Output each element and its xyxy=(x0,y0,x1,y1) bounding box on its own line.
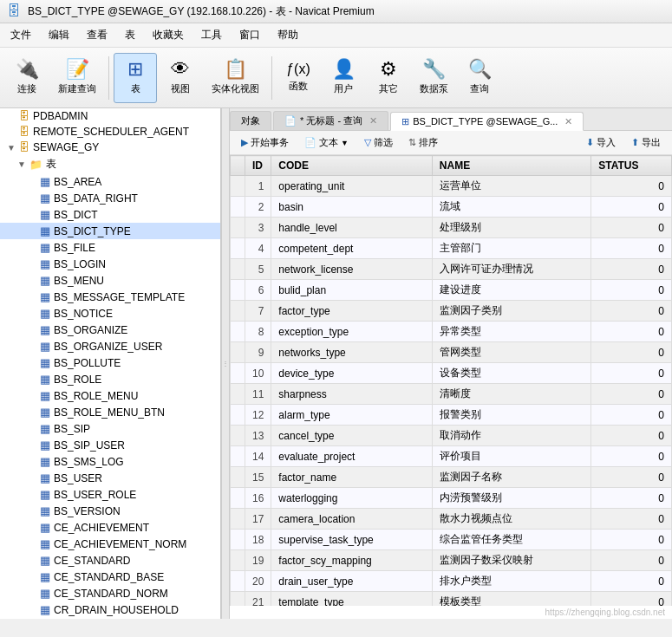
tree-item-tables-folder[interactable]: ▼📁表 xyxy=(0,155,220,173)
menu-item-查看[interactable]: 查看 xyxy=(80,25,114,45)
cell-name-5: 建设进度 xyxy=(432,280,590,301)
tree-item-bs-notice[interactable]: ▦BS_NOTICE xyxy=(0,305,220,322)
tree-item-ce-achievement-norm[interactable]: ▦CE_ACHIEVEMENT_NORM xyxy=(0,536,220,552)
table-row[interactable]: 13cancel_type取消动作0 xyxy=(231,426,672,446)
menu-item-编辑[interactable]: 编辑 xyxy=(42,25,76,45)
tree-item-bs-role-menu-btn[interactable]: ▦BS_ROLE_MENU_BTN xyxy=(0,404,220,420)
tree-item-sewage-gy[interactable]: ▼🗄SEWAGE_GY xyxy=(0,140,220,155)
table-row[interactable]: 19factor_scy_mapping监测因子数采仪映射0 xyxy=(231,550,672,571)
table-row[interactable]: 12alarm_type报警类别0 xyxy=(231,405,672,426)
table-row[interactable]: 8exception_type异常类型0 xyxy=(231,322,672,342)
table-row[interactable]: 10device_type设备类型0 xyxy=(231,363,672,384)
cell-status-17: 0 xyxy=(591,530,672,550)
tree-item-ce-achievement[interactable]: ▦CE_ACHIEVEMENT xyxy=(0,519,220,536)
tab-table[interactable]: ⊞ BS_DICT_TYPE @SEWAGE_G... ✕ xyxy=(390,112,584,131)
text-icon: 📄 xyxy=(304,137,316,148)
col-header-code[interactable]: CODE xyxy=(271,156,432,176)
table-row[interactable]: 6bulid_plan建设进度0 xyxy=(231,280,672,301)
tree-item-ce-standard[interactable]: ▦CE_STANDARD xyxy=(0,552,220,569)
menu-item-表[interactable]: 表 xyxy=(118,25,142,45)
data-pump-icon: 🔧 xyxy=(422,60,446,79)
table-row[interactable]: 17camera_location散水力视频点位0 xyxy=(231,509,672,530)
cell-code-12: cancel_type xyxy=(271,426,432,446)
toolbar-btn-user[interactable]: 👤用户 xyxy=(322,53,365,103)
menu-item-收藏夹[interactable]: 收藏夹 xyxy=(146,25,191,45)
tree-item-bs-version[interactable]: ▦BS_VERSION xyxy=(0,503,220,519)
filter-btn[interactable]: ▽ 筛选 xyxy=(358,133,399,152)
tree-item-bs-organize-user[interactable]: ▦BS_ORGANIZE_USER xyxy=(0,338,220,354)
tree-item-bs-user[interactable]: ▦BS_USER xyxy=(0,470,220,486)
table-row[interactable]: 4competent_dept主管部门0 xyxy=(231,238,672,259)
tree-item-bs-pollute[interactable]: ▦BS_POLLUTE xyxy=(0,354,220,371)
table-row[interactable]: 20drain_user_type排水户类型0 xyxy=(231,571,672,592)
tree-item-bs-area[interactable]: ▦BS_AREA xyxy=(0,173,220,190)
toolbar-btn-other[interactable]: ⚙其它 xyxy=(367,53,410,103)
tree-item-bs-dict-type[interactable]: ▦BS_DICT_TYPE xyxy=(0,223,220,239)
tree-item-bs-organize[interactable]: ▦BS_ORGANIZE xyxy=(0,322,220,338)
start-transaction-btn[interactable]: ▶ 开始事务 xyxy=(235,133,295,152)
sort-btn[interactable]: ⇅ 排序 xyxy=(402,133,444,152)
tree-item-bs-data-right[interactable]: ▦BS_DATA_RIGHT xyxy=(0,190,220,206)
tree-item-bs-dict[interactable]: ▦BS_DICT xyxy=(0,206,220,223)
main-area: 🗄PDBADMIN🗄REMOTE_SCHEDULER_AGENT▼🗄SEWAGE… xyxy=(0,108,672,619)
toolbar-btn-materialized-view[interactable]: 📋实体化视图 xyxy=(204,53,267,103)
table-row[interactable]: 1operating_unit运营单位0 xyxy=(231,176,672,197)
tree-item-bs-sip[interactable]: ▦BS_SIP xyxy=(0,420,220,437)
menu-item-文件[interactable]: 文件 xyxy=(3,25,38,45)
toolbar-btn-view[interactable]: 👁视图 xyxy=(159,53,202,103)
menu-item-帮助[interactable]: 帮助 xyxy=(271,25,305,45)
table-row[interactable]: 16waterlogging内涝预警级别0 xyxy=(231,488,672,509)
tab-objects[interactable]: 对象 xyxy=(230,111,271,130)
toolbar-btn-new-query[interactable]: 📝新建查询 xyxy=(50,53,104,103)
tree-item-bs-user-role[interactable]: ▦BS_USER_ROLE xyxy=(0,486,220,503)
table-row[interactable]: 5network_license入网许可证办理情况0 xyxy=(231,259,672,280)
tree-item-pdbadmin[interactable]: 🗄PDBADMIN xyxy=(0,108,220,124)
tree-item-bs-sip-user[interactable]: ▦BS_SIP_USER xyxy=(0,437,220,453)
tab-table-close[interactable]: ✕ xyxy=(564,116,572,127)
function-icon: ƒ(x) xyxy=(286,62,310,76)
text-btn[interactable]: 📄 文本 ▼ xyxy=(298,133,355,152)
tree-icon-bs-organize-user: ▦ xyxy=(40,340,50,353)
tree-icon-bs-version: ▦ xyxy=(40,504,50,517)
table-row[interactable]: 9networks_type管网类型0 xyxy=(231,342,672,363)
other-icon: ⚙ xyxy=(380,60,397,79)
table-row[interactable]: 18supervise_task_type综合监管任务类型0 xyxy=(231,530,672,550)
col-header-status[interactable]: STATUS xyxy=(591,156,672,176)
table-row[interactable]: 21template_type模板类型0 xyxy=(231,592,672,607)
tree-item-bs-menu[interactable]: ▦BS_MENU xyxy=(0,272,220,289)
table-row[interactable]: 11sharpness清晰度0 xyxy=(231,384,672,405)
cell-code-8: networks_type xyxy=(271,342,432,363)
col-header-id[interactable]: ID xyxy=(245,156,271,176)
tree-item-bs-role-menu[interactable]: ▦BS_ROLE_MENU xyxy=(0,387,220,404)
tree-icon-ce-achievement: ▦ xyxy=(40,521,50,534)
resize-handle[interactable]: ⋮ xyxy=(221,108,230,619)
cell-code-10: sharpness xyxy=(271,384,432,405)
col-header-name[interactable]: NAME xyxy=(432,156,590,176)
toolbar-btn-query[interactable]: 🔍查询 xyxy=(458,53,501,103)
tree-item-remote-scheduler[interactable]: 🗄REMOTE_SCHEDULER_AGENT xyxy=(0,124,220,140)
tree-item-bs-sms-log[interactable]: ▦BS_SMS_LOG xyxy=(0,453,220,470)
toolbar-btn-table[interactable]: ⊞表 xyxy=(114,53,157,103)
table-row[interactable]: 15factor_name监测因子名称0 xyxy=(231,467,672,488)
tree-item-bs-role[interactable]: ▦BS_ROLE xyxy=(0,371,220,387)
tree-item-bs-login[interactable]: ▦BS_LOGIN xyxy=(0,256,220,272)
tree-item-bs-file[interactable]: ▦BS_FILE xyxy=(0,239,220,256)
data-table-wrap[interactable]: ID CODE NAME STATUS 1operating_unit运营单位0… xyxy=(230,155,672,606)
table-row[interactable]: 3handle_level处理级别0 xyxy=(231,218,672,238)
tree-item-bs-message-template[interactable]: ▦BS_MESSAGE_TEMPLATE xyxy=(0,289,220,305)
menu-item-窗口[interactable]: 窗口 xyxy=(232,25,267,45)
export-btn[interactable]: ⬆ 导出 xyxy=(625,133,667,152)
tab-query[interactable]: 📄 * 无标题 - 查询 ✕ xyxy=(273,111,388,130)
menu-item-工具[interactable]: 工具 xyxy=(194,25,229,45)
import-btn[interactable]: ⬇ 导入 xyxy=(580,133,622,152)
toolbar-btn-function[interactable]: ƒ(x)函数 xyxy=(277,53,320,103)
tree-item-ce-standard-norm[interactable]: ▦CE_STANDARD_NORM xyxy=(0,585,220,601)
table-row[interactable]: 2basin流域0 xyxy=(231,197,672,218)
toolbar-btn-data-pump[interactable]: 🔧数据泵 xyxy=(412,53,456,103)
tree-item-cr-drain-household[interactable]: ▦CR_DRAIN_HOUSEHOLD xyxy=(0,601,220,618)
toolbar-btn-connect[interactable]: 🔌连接 xyxy=(5,53,49,103)
table-row[interactable]: 14evaluate_project评价项目0 xyxy=(231,446,672,467)
tree-item-ce-standard-base[interactable]: ▦CE_STANDARD_BASE xyxy=(0,569,220,585)
tab-query-close[interactable]: ✕ xyxy=(369,115,377,127)
table-row[interactable]: 7factor_type监测因子类别0 xyxy=(231,301,672,322)
